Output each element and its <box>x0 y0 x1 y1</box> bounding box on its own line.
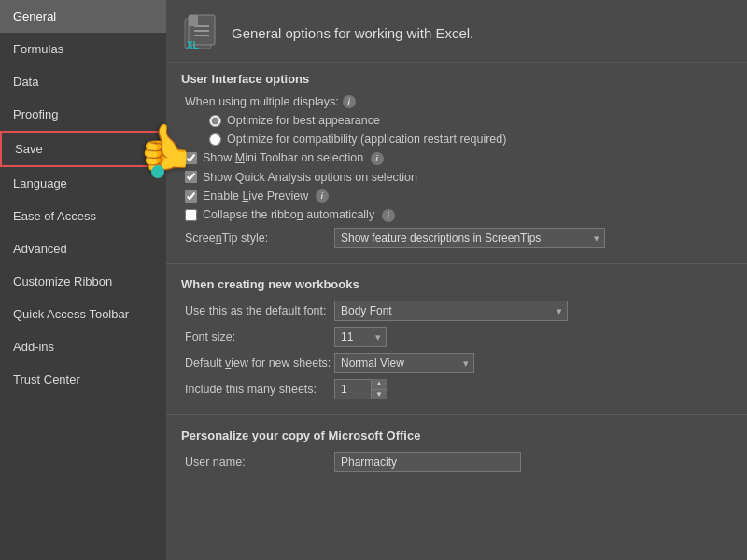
sidebar-item-label: General <box>13 9 56 23</box>
sidebar-item-label: Save <box>15 142 43 156</box>
check2-label[interactable]: Show Quick Analysis options on selection <box>203 171 417 184</box>
ui-options-section: User Interface options When using multip… <box>166 63 747 259</box>
check2-row[interactable]: Show Quick Analysis options on selection <box>181 171 728 184</box>
view-label: Default view for new sheets: <box>185 357 334 370</box>
radio-compatibility[interactable] <box>209 133 221 146</box>
checkbox-live-preview[interactable] <box>185 190 197 203</box>
multiple-displays-info-icon: i <box>343 95 356 108</box>
screentip-label: ScreenTip style: <box>185 231 334 245</box>
screentip-select[interactable]: Show feature descriptions in ScreenTips … <box>334 228 605 248</box>
radio1-label[interactable]: Optimize for best appearance <box>227 114 380 127</box>
header-title: General options for working with Excel. <box>232 25 473 41</box>
radio2-row[interactable]: Optimize for compatibility (application … <box>181 133 728 146</box>
check3-row[interactable]: Enable Live Preview i <box>181 189 728 203</box>
username-row: User name: <box>181 452 728 472</box>
view-select[interactable]: Normal View Page Break Preview Page Layo… <box>334 353 474 373</box>
new-workbooks-heading: When creating new workbooks <box>181 277 728 293</box>
radio-best-appearance[interactable] <box>209 115 221 127</box>
username-label: User name: <box>185 455 334 469</box>
live-preview-info-icon: i <box>316 189 329 203</box>
sidebar-item-language[interactable]: Language <box>0 167 166 200</box>
sidebar-item-advanced[interactable]: Advanced <box>0 232 166 265</box>
screentip-row: ScreenTip style: Show feature descriptio… <box>181 228 728 248</box>
checkbox-collapse-ribbon[interactable] <box>185 209 197 221</box>
size-select-wrapper: 8910 111214 <box>334 327 387 347</box>
size-row: Font size: 8910 111214 <box>181 327 728 347</box>
sidebar-item-formulas[interactable]: Formulas <box>0 33 166 65</box>
sidebar-item-label: Add-ins <box>13 340 54 354</box>
username-input[interactable] <box>334 452 521 472</box>
mini-toolbar-info-icon: i <box>371 152 384 165</box>
sidebar-item-label: Formulas <box>13 42 63 56</box>
main-content: XL General options for working with Exce… <box>166 0 747 560</box>
radio2-label[interactable]: Optimize for compatibility (application … <box>227 133 506 146</box>
font-select-wrapper: Body Font Calibri Arial Times New Roman <box>334 301 568 321</box>
checkbox-mini-toolbar[interactable] <box>185 152 197 164</box>
svg-rect-5 <box>189 15 198 26</box>
size-label: Font size: <box>185 330 334 343</box>
sidebar-item-label: Customize Ribbon <box>13 274 112 288</box>
sidebar-item-proofing[interactable]: Proofing <box>0 98 166 131</box>
sheets-spinner: ▲ ▼ <box>334 379 387 399</box>
sidebar-item-label: Ease of Access <box>13 209 96 223</box>
sidebar-item-customize-ribbon[interactable]: Customize Ribbon <box>0 265 166 298</box>
font-select[interactable]: Body Font Calibri Arial Times New Roman <box>334 301 568 321</box>
svg-text:XL: XL <box>187 40 199 50</box>
sidebar-item-label: Language <box>13 176 67 190</box>
personalize-heading: Personalize your copy of Microsoft Offic… <box>181 428 728 444</box>
view-select-wrapper: Normal View Page Break Preview Page Layo… <box>334 353 474 373</box>
sidebar-item-label: Quick Access Toolbar <box>13 307 129 321</box>
sheets-spinner-buttons: ▲ ▼ <box>371 379 387 399</box>
sidebar-item-add-ins[interactable]: Add-ins <box>0 330 166 363</box>
personalize-section: Personalize your copy of Microsoft Offic… <box>166 419 747 483</box>
main-header: XL General options for working with Exce… <box>166 0 747 63</box>
sidebar-item-trust-center[interactable]: Trust Center <box>0 363 166 396</box>
sidebar-item-label: Trust Center <box>13 372 80 386</box>
sidebar-item-ease-of-access[interactable]: Ease of Access <box>0 200 166 232</box>
sidebar-item-data[interactable]: Data <box>0 65 166 98</box>
check1-row[interactable]: Show Mini Toolbar on selection i <box>181 151 728 165</box>
size-select[interactable]: 8910 111214 <box>334 327 387 347</box>
collapse-ribbon-info-icon: i <box>382 209 395 222</box>
multiple-displays-row: When using multiple displays: i <box>181 95 728 108</box>
ui-options-heading: User Interface options <box>181 72 728 88</box>
sidebar-item-label: Advanced <box>13 242 67 256</box>
check4-row[interactable]: Collapse the ribbon automatically i <box>181 208 728 222</box>
check1-label[interactable]: Show Mini Toolbar on selection i <box>203 151 384 165</box>
sheets-row: Include this many sheets: ▲ ▼ <box>181 379 728 399</box>
sidebar-item-save[interactable]: Save <box>0 131 166 167</box>
sidebar-item-quick-access-toolbar[interactable]: Quick Access Toolbar <box>0 298 166 330</box>
font-label: Use this as the default font: <box>185 304 334 317</box>
sheets-increment-button[interactable]: ▲ <box>371 379 387 390</box>
font-row: Use this as the default font: Body Font … <box>181 301 728 321</box>
check4-label[interactable]: Collapse the ribbon automatically i <box>203 208 395 222</box>
radio1-row[interactable]: Optimize for best appearance <box>181 114 728 127</box>
check3-label[interactable]: Enable Live Preview i <box>203 189 329 203</box>
new-workbooks-section: When creating new workbooks Use this as … <box>166 268 747 411</box>
sheets-label: Include this many sheets: <box>185 383 334 396</box>
checkbox-quick-analysis[interactable] <box>185 171 197 183</box>
sidebar-item-label: Data <box>13 75 38 89</box>
sidebar-item-general[interactable]: General <box>0 0 166 33</box>
sheets-decrement-button[interactable]: ▼ <box>371 390 387 400</box>
multiple-displays-label: When using multiple displays: <box>185 95 339 108</box>
sidebar: General Formulas Data Proofing Save Lang… <box>0 0 166 560</box>
sidebar-item-label: Proofing <box>13 107 58 121</box>
view-row: Default view for new sheets: Normal View… <box>181 353 728 373</box>
screentip-select-wrapper: Show feature descriptions in ScreenTips … <box>334 228 605 248</box>
excel-icon: XL <box>181 13 220 52</box>
